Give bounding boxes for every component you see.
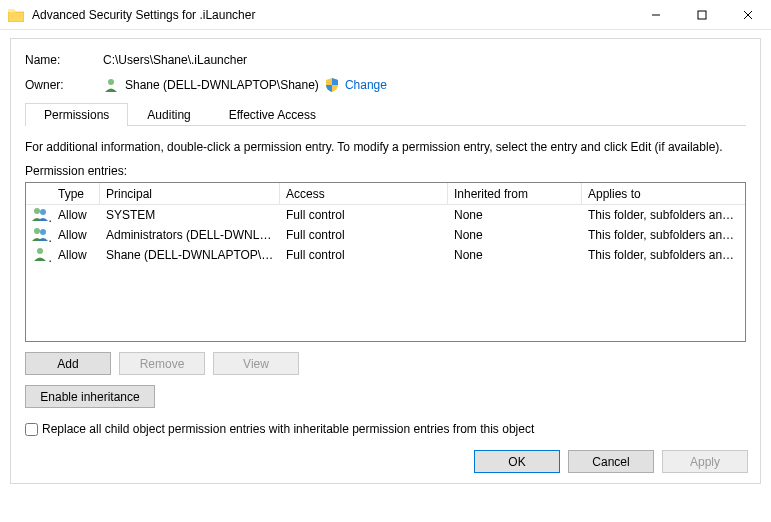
name-value: C:\Users\Shane\.iLauncher	[103, 53, 247, 67]
group-icon	[32, 206, 48, 222]
titlebar: Advanced Security Settings for .iLaunche…	[0, 0, 771, 30]
cell-applies: This folder, subfolders and files	[582, 228, 745, 242]
maximize-button[interactable]	[679, 0, 725, 30]
permission-entries-label: Permission entries:	[25, 164, 746, 178]
folder-icon	[8, 8, 24, 22]
cell-access: Full control	[280, 248, 448, 262]
owner-value: Shane (DELL-DWNLAPTOP\Shane)	[125, 78, 319, 92]
svg-point-8	[40, 229, 46, 235]
tabs: Permissions Auditing Effective Access	[25, 103, 746, 126]
owner-label: Owner:	[25, 78, 103, 92]
cell-inherited: None	[448, 208, 582, 222]
cell-inherited: None	[448, 248, 582, 262]
change-owner-link[interactable]: Change	[345, 78, 387, 92]
replace-child-label[interactable]: Replace all child object permission entr…	[42, 422, 534, 436]
dialog-footer: OK Cancel Apply	[474, 450, 748, 473]
tab-auditing[interactable]: Auditing	[128, 103, 209, 126]
group-icon	[32, 226, 48, 242]
cell-applies: This folder, subfolders and files	[582, 208, 745, 222]
cell-applies: This folder, subfolders and files	[582, 248, 745, 262]
shield-icon	[325, 78, 339, 92]
replace-child-checkbox[interactable]	[25, 423, 38, 436]
window-title: Advanced Security Settings for .iLaunche…	[32, 8, 633, 22]
name-label: Name:	[25, 53, 103, 67]
svg-point-5	[34, 208, 40, 214]
col-principal[interactable]: Principal	[100, 183, 280, 204]
cell-inherited: None	[448, 228, 582, 242]
remove-button: Remove	[119, 352, 205, 375]
svg-point-6	[40, 209, 46, 215]
cell-type: Allow	[52, 228, 100, 242]
grid-header: Type Principal Access Inherited from App…	[26, 183, 745, 205]
svg-rect-1	[698, 11, 706, 19]
permission-entries-grid[interactable]: Type Principal Access Inherited from App…	[25, 182, 746, 342]
user-icon	[103, 77, 119, 93]
col-applies[interactable]: Applies to	[582, 183, 745, 204]
tab-permissions[interactable]: Permissions	[25, 103, 128, 126]
enable-inheritance-button[interactable]: Enable inheritance	[25, 385, 155, 408]
cell-principal: Shane (DELL-DWNLAPTOP\Sh...	[100, 248, 280, 262]
table-row[interactable]: AllowShane (DELL-DWNLAPTOP\Sh...Full con…	[26, 245, 745, 265]
user-icon	[32, 246, 48, 262]
cell-principal: SYSTEM	[100, 208, 280, 222]
col-type[interactable]: Type	[52, 183, 100, 204]
tab-effective-access[interactable]: Effective Access	[210, 103, 335, 126]
cell-principal: Administrators (DELL-DWNLA...	[100, 228, 280, 242]
cancel-button[interactable]: Cancel	[568, 450, 654, 473]
add-button[interactable]: Add	[25, 352, 111, 375]
svg-point-9	[37, 248, 43, 254]
col-access[interactable]: Access	[280, 183, 448, 204]
cell-type: Allow	[52, 208, 100, 222]
cell-access: Full control	[280, 208, 448, 222]
ok-button[interactable]: OK	[474, 450, 560, 473]
minimize-button[interactable]	[633, 0, 679, 30]
view-button: View	[213, 352, 299, 375]
table-row[interactable]: AllowSYSTEMFull controlNoneThis folder, …	[26, 205, 745, 225]
apply-button: Apply	[662, 450, 748, 473]
cell-type: Allow	[52, 248, 100, 262]
close-button[interactable]	[725, 0, 771, 30]
table-row[interactable]: AllowAdministrators (DELL-DWNLA...Full c…	[26, 225, 745, 245]
col-inherited[interactable]: Inherited from	[448, 183, 582, 204]
window-controls	[633, 0, 771, 30]
dialog-body: Name: C:\Users\Shane\.iLauncher Owner: S…	[10, 38, 761, 484]
info-text: For additional information, double-click…	[25, 140, 746, 154]
cell-access: Full control	[280, 228, 448, 242]
svg-point-7	[34, 228, 40, 234]
svg-point-4	[108, 79, 114, 85]
